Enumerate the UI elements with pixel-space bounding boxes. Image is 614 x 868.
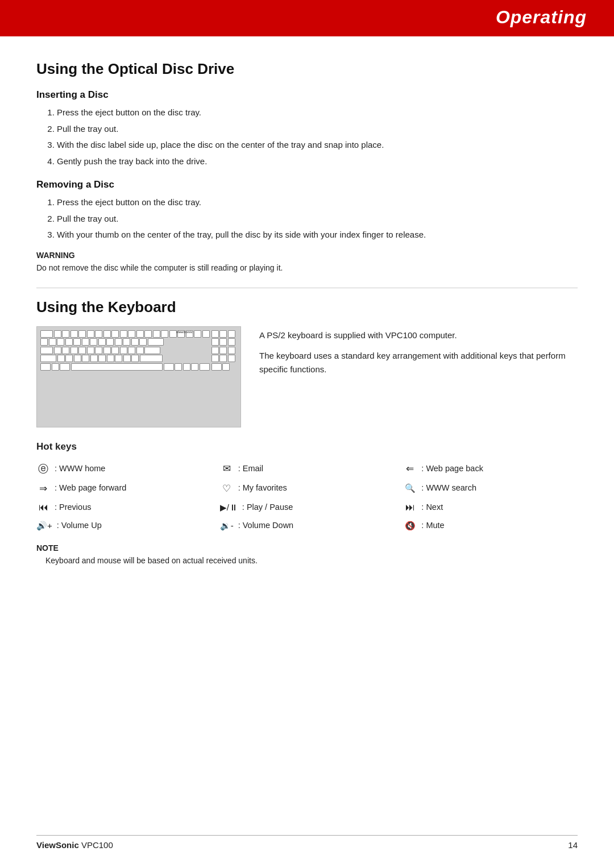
kb-key xyxy=(222,363,230,371)
kb-key xyxy=(111,347,119,354)
removing-disc-subtitle: Removing a Disc xyxy=(36,179,578,190)
kb-key xyxy=(54,347,61,354)
hotkey-item-www-search: 🔍 : WWW search xyxy=(403,481,578,496)
kb-key xyxy=(191,363,198,371)
kb-key xyxy=(128,330,135,338)
kb-key xyxy=(120,347,127,354)
kb-key xyxy=(78,347,86,354)
kb-key xyxy=(106,338,114,346)
keyboard-numpad xyxy=(211,330,238,423)
inserting-steps-list: Press the eject button on the disc tray.… xyxy=(57,106,578,168)
kb-key xyxy=(123,355,131,362)
email-icon: ✉︎ xyxy=(220,462,234,476)
inserting-disc-subtitle: Inserting a Disc xyxy=(36,89,578,101)
hotkey-item-www-home: ⓔ : WWW home xyxy=(36,462,211,477)
kb-key xyxy=(128,347,135,354)
hotkey-label-web-forward: : Web page forward xyxy=(55,482,126,495)
kb-key xyxy=(98,338,106,346)
list-item: Gently push the tray back into the drive… xyxy=(57,155,578,168)
kb-key xyxy=(57,355,65,362)
kb-key xyxy=(136,347,144,354)
kb-key xyxy=(90,355,98,362)
kb-key xyxy=(153,330,160,338)
hotkey-label-volume-up: : Volume Up xyxy=(57,520,102,532)
footer-model: VPC100 xyxy=(81,840,113,850)
kb-row-2 xyxy=(40,338,210,346)
keyboard-brand-label: ViewSonic xyxy=(176,330,193,334)
kb-key xyxy=(211,347,219,354)
keyboard-visual xyxy=(40,330,237,423)
list-item: With your thumb on the center of the tra… xyxy=(57,229,578,242)
hotkey-label-next: : Next xyxy=(421,501,443,514)
kb-key xyxy=(111,330,119,338)
kb-key xyxy=(107,355,114,362)
previous-icon: ⏮ xyxy=(36,500,50,515)
hotkey-label-www-home: : WWW home xyxy=(55,463,105,475)
kb-key xyxy=(103,330,111,338)
kb-key xyxy=(95,330,102,338)
note-text: Keyboard and mouse will be based on actu… xyxy=(36,555,578,567)
mute-icon: 🔇 xyxy=(403,520,417,533)
kb-key xyxy=(219,338,227,346)
kb-key xyxy=(219,347,227,354)
kb-key xyxy=(95,347,102,354)
hotkeys-subtitle: Hot keys xyxy=(36,441,578,452)
note-label: NOTE xyxy=(36,543,578,553)
hotkey-item-mute: 🔇 : Mute xyxy=(403,520,578,533)
kb-key xyxy=(70,330,78,338)
kb-key xyxy=(87,330,94,338)
hotkey-label-volume-down: : Volume Down xyxy=(238,520,294,532)
keyboard-desc-2: The keyboard uses a standard key arrange… xyxy=(259,349,578,376)
kb-key xyxy=(228,347,235,354)
kb-key xyxy=(144,330,152,338)
kb-num-row-5 xyxy=(211,363,238,371)
kb-num-row-4 xyxy=(211,355,238,362)
kb-key xyxy=(115,355,122,362)
keyboard-section: ViewSonic A PS/2 keyboard is supplied wi… xyxy=(36,326,578,427)
play-pause-icon: ▶/⏸ xyxy=(220,501,238,514)
page-header-title: Operating xyxy=(496,7,587,28)
volume-down-icon: 🔉- xyxy=(220,520,234,533)
optical-disc-title: Using the Optical Disc Drive xyxy=(36,60,578,78)
hotkey-label-mute: : Mute xyxy=(421,520,444,532)
hotkey-item-volume-up: 🔊+ : Volume Up xyxy=(36,520,211,533)
hotkey-item-next: ⏭ : Next xyxy=(403,500,578,515)
kb-key xyxy=(115,338,122,346)
kb-key xyxy=(62,330,69,338)
kb-key xyxy=(74,355,81,362)
keyboard-image: ViewSonic xyxy=(36,326,241,427)
kb-key xyxy=(57,338,64,346)
kb-key xyxy=(78,330,86,338)
kb-key xyxy=(87,347,94,354)
kb-key xyxy=(52,363,59,371)
kb-key xyxy=(211,355,219,362)
kb-key xyxy=(40,338,48,346)
kb-key xyxy=(136,330,144,338)
kb-key xyxy=(228,330,235,338)
kb-num-row-1 xyxy=(211,330,238,338)
kb-key xyxy=(90,338,97,346)
hotkey-item-favorites: ♡ : My favorites xyxy=(220,481,395,496)
hotkey-item-email: ✉︎ : Email xyxy=(220,462,395,477)
kb-key xyxy=(73,338,81,346)
kb-key xyxy=(219,355,227,362)
kb-key xyxy=(40,347,53,354)
kb-key xyxy=(49,338,56,346)
kb-key xyxy=(82,355,89,362)
kb-key xyxy=(194,330,201,338)
hotkey-item-web-back: ⇐ : Web page back xyxy=(403,462,578,477)
hotkey-label-email: : Email xyxy=(238,463,263,475)
web-back-icon: ⇐ xyxy=(403,462,417,476)
hotkey-label-www-search: : WWW search xyxy=(421,482,476,495)
keyboard-desc-1: A PS/2 keyboard is supplied with VPC100 … xyxy=(259,329,578,342)
kb-key xyxy=(82,338,89,346)
kb-key xyxy=(103,347,111,354)
footer-brand: ViewSonic xyxy=(36,840,79,850)
kb-key xyxy=(40,330,53,338)
hotkey-label-web-back: : Web page back xyxy=(421,463,483,475)
hotkeys-grid: ⓔ : WWW home ✉︎ : Email ⇐ : Web page bac… xyxy=(36,462,578,533)
kb-key xyxy=(40,363,51,371)
keyboard-title: Using the Keyboard xyxy=(36,298,578,316)
hotkey-label-favorites: : My favorites xyxy=(238,482,287,495)
hotkey-label-previous: : Previous xyxy=(55,501,91,514)
